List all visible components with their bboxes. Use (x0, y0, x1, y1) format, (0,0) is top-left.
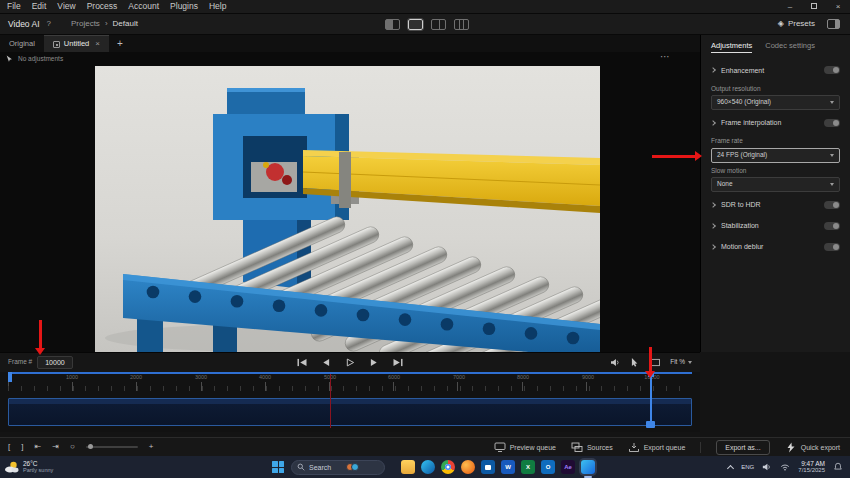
taskbar-firefox[interactable] (461, 460, 475, 474)
taskbar-word[interactable]: W (501, 460, 515, 474)
frame-forward-button[interactable] (369, 358, 380, 367)
taskbar-after-effects[interactable]: Ae (561, 460, 575, 474)
trim-to-out-button[interactable]: ⇥ (52, 443, 59, 451)
tab-untitled[interactable]: Untitled × (44, 35, 109, 52)
trim-start-handle[interactable] (8, 372, 12, 382)
slider-handle[interactable] (88, 444, 93, 449)
in-point-marker[interactable] (330, 374, 331, 428)
volume-icon[interactable] (762, 462, 772, 472)
frame-interpolation-toggle[interactable] (824, 119, 840, 127)
taskbar-edge[interactable] (421, 460, 435, 474)
pointer-icon[interactable] (630, 358, 641, 367)
wifi-icon[interactable] (780, 462, 790, 472)
breadcrumb-separator-icon: › (105, 20, 108, 28)
trim-to-in-button[interactable]: ⇤ (34, 443, 41, 451)
tab-original[interactable]: Original (0, 35, 44, 52)
presets-icon: ◈ (778, 20, 784, 28)
menu-item-view[interactable]: View (57, 2, 75, 11)
taskbar-chrome[interactable] (441, 460, 455, 474)
frame-number-label: Frame # (8, 359, 32, 366)
set-out-point-button[interactable]: ] (21, 443, 23, 451)
search-icon (297, 463, 305, 471)
taskbar-file-explorer[interactable] (401, 460, 415, 474)
section-stabilization[interactable]: Stabilization (711, 215, 840, 236)
menu-bar: File Edit View Process Account Plugins H… (0, 0, 850, 14)
taskbar-video-ai[interactable] (581, 460, 595, 474)
menu-item-help[interactable]: Help (209, 2, 226, 11)
preview-queue-button[interactable]: Preview queue (494, 442, 556, 453)
tray-expand-icon[interactable] (727, 464, 734, 471)
clip-track[interactable] (8, 398, 692, 426)
menu-item-file[interactable]: File (7, 2, 21, 11)
play-button[interactable] (345, 358, 356, 367)
taskbar-excel[interactable]: X (521, 460, 535, 474)
quick-export-button[interactable]: Quick export (785, 442, 840, 453)
search-input[interactable]: Search (291, 460, 385, 475)
app-title: Video AI (0, 20, 40, 29)
playhead-bottom-handle[interactable] (646, 421, 655, 428)
enhancement-toggle[interactable] (824, 66, 840, 74)
frame-rate-select[interactable]: 24 FPS (Original) (711, 148, 840, 163)
tab-close-icon[interactable]: × (95, 40, 100, 48)
chevron-down-icon (688, 361, 692, 364)
frame-number-input[interactable]: 10000 (37, 356, 72, 369)
single-view-icon[interactable] (385, 19, 400, 30)
full-view-icon[interactable] (408, 19, 423, 30)
motion-deblur-toggle[interactable] (824, 243, 840, 251)
sdr-to-hdr-toggle[interactable] (824, 201, 840, 209)
ruler-label: 8000 (511, 375, 535, 381)
set-in-point-button[interactable]: [ (8, 443, 10, 451)
section-enhancement[interactable]: Enhancement (711, 60, 840, 81)
section-sdr-to-hdr[interactable]: SDR to HDR (711, 194, 840, 215)
menu-item-plugins[interactable]: Plugins (170, 2, 198, 11)
ruler-label: 1000 (60, 375, 84, 381)
timeline-zoom-slider[interactable] (86, 446, 138, 448)
panel-toggle-icon[interactable] (827, 19, 840, 29)
start-button[interactable] (272, 461, 284, 473)
output-resolution-select[interactable]: 960×540 (Original) (711, 95, 840, 110)
ruler-minor-ticks (8, 386, 692, 391)
help-icon[interactable]: ? (47, 20, 51, 28)
taskbar-store[interactable] (481, 460, 495, 474)
presets-button[interactable]: ◈ Presets (778, 20, 815, 28)
new-tab-button[interactable]: + (109, 35, 131, 52)
tab-adjustments[interactable]: Adjustments (711, 42, 752, 53)
playhead[interactable] (650, 372, 652, 428)
canvas-overflow-menu-icon[interactable]: ⋯ (660, 52, 670, 62)
chevron-right-icon (710, 120, 716, 126)
section-frame-interpolation[interactable]: Frame interpolation (711, 112, 840, 133)
notification-bell-icon[interactable] (833, 462, 843, 472)
preview-image[interactable] (95, 66, 600, 352)
frame-rate-label: Frame rate (711, 138, 840, 145)
menu-item-account[interactable]: Account (128, 2, 159, 11)
export-as-button[interactable]: Export as... (716, 440, 769, 455)
tab-codec-settings[interactable]: Codec settings (765, 42, 815, 53)
stabilization-toggle[interactable] (824, 222, 840, 230)
skip-start-button[interactable] (297, 358, 308, 367)
skip-end-button[interactable] (393, 358, 404, 367)
language-indicator[interactable]: ENG (741, 464, 754, 470)
weather-widget[interactable]: 26°C Partly sunny (0, 460, 53, 474)
breadcrumb-projects[interactable]: Projects (71, 20, 100, 28)
slow-motion-select[interactable]: None (711, 177, 840, 192)
section-label: Motion deblur (721, 243, 818, 250)
menu-item-process[interactable]: Process (87, 2, 118, 11)
section-motion-deblur[interactable]: Motion deblur (711, 236, 840, 257)
zoom-level-select[interactable]: Fit % (670, 359, 692, 366)
close-button[interactable]: × (826, 3, 850, 11)
taskbar-outlook[interactable]: O (541, 460, 555, 474)
menu-item-edit[interactable]: Edit (32, 2, 47, 11)
keyframe-marker-button[interactable]: ○ (70, 443, 75, 451)
maximize-button[interactable] (802, 3, 826, 11)
export-queue-button[interactable]: Export queue (628, 442, 686, 453)
audio-icon[interactable] (610, 358, 621, 367)
minimize-button[interactable]: – (778, 3, 802, 11)
frame-back-button[interactable] (321, 358, 332, 367)
multi-view-icon[interactable] (454, 19, 469, 30)
split-view-icon[interactable] (431, 19, 446, 30)
sources-button[interactable]: Sources (571, 442, 613, 453)
timeline[interactable]: 1000 2000 3000 4000 5000 6000 7000 8000 … (0, 372, 700, 432)
zoom-in-button[interactable]: + (149, 443, 154, 451)
ruler-label: 2000 (124, 375, 148, 381)
clock[interactable]: 9:47 AM 7/15/2025 (798, 461, 825, 474)
